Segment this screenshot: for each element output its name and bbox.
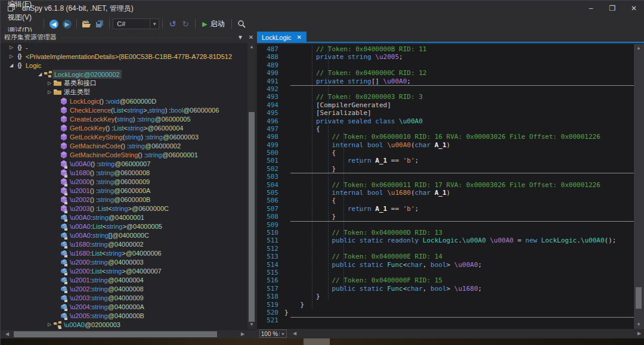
tree-item[interactable]: \u2005 : string @0400000B [1, 311, 247, 320]
zoom-combo[interactable]: 100 % ▼ [259, 330, 287, 338]
menu-item-2[interactable]: 视图(V) [1, 11, 41, 24]
panel-menu-icon[interactable]: ▼ [235, 34, 246, 41]
combo-dropdown-icon[interactable]: ▼ [150, 19, 159, 29]
tree-item-label: Logic [24, 61, 43, 70]
tree-item[interactable]: \u2002() : string @0600000B [1, 195, 247, 204]
tree-item[interactable]: GetLockKey() : List<string> @06000004 [1, 123, 247, 132]
code-line: 503 [257, 173, 634, 181]
zoom-dropdown-icon[interactable]: ▼ [279, 332, 286, 336]
code-line: 515 [257, 269, 634, 276]
editor-bottom-bar: 100 % ▼ ◀ ▶ [257, 329, 644, 338]
editor-vertical-scrollbar[interactable]: ▲ ▼ [634, 44, 644, 329]
private-field-icon [60, 241, 67, 247]
indent-guide [360, 205, 360, 213]
tree-item[interactable]: ◢LockLogic @02000002 [1, 70, 247, 79]
code-editor[interactable]: 487 // Token: 0x0400000B RID: 11488 priv… [257, 44, 634, 329]
expander-collapsed-icon[interactable]: ▷ [8, 54, 15, 59]
tree-item[interactable]: \u2003 : string @04000009 [1, 293, 247, 302]
tree-item[interactable]: \u2004 : string @0400000A [1, 302, 247, 311]
editor-horizontal-scrollbar[interactable]: ◀ ▶ [289, 330, 644, 338]
private-field-icon [60, 268, 67, 274]
tree-item[interactable]: \u2000 : List<string> @04000007 [1, 266, 247, 275]
scroll-left-icon[interactable]: ◀ [3, 330, 11, 338]
navigate-back-button[interactable]: ◀ [47, 17, 60, 30]
tree-item[interactable]: \u00A0 : string @04000001 [1, 213, 247, 222]
restore-button[interactable]: ❐ [602, 1, 623, 16]
tree-item[interactable]: \u1680 : string @04000002 [1, 240, 247, 248]
search-button[interactable] [235, 17, 248, 30]
minimize-button[interactable]: – [580, 1, 602, 16]
tree-item[interactable]: \u2003() : List<string> @0600000C [1, 204, 247, 213]
assembly-tree[interactable]: ▷{}-▷{}<PrivateImplementationDetails>{8E… [1, 43, 247, 329]
tree-item[interactable]: ▷{}<PrivateImplementationDetails>{8E00C5… [1, 52, 247, 61]
tree-vertical-scrollbar[interactable]: ▲ ▼ [247, 43, 256, 329]
expander-collapsed-icon[interactable]: ▷ [46, 80, 53, 86]
tab-label: LockLogic [262, 34, 292, 41]
folder-icon [54, 89, 61, 95]
tree-item-label: \u1680 : List<string> @04000006 [68, 248, 163, 257]
tree-item[interactable]: \u1680() : string @06000008 [1, 168, 247, 177]
expander-collapsed-icon[interactable]: ▷ [46, 89, 53, 95]
scroll-down-icon[interactable]: ▼ [247, 321, 256, 329]
panel-close-icon[interactable]: ✕ [246, 34, 256, 41]
tree-item[interactable]: \u2000() : string @06000009 [1, 177, 247, 186]
tree-item[interactable]: ◢{}Logic [1, 61, 247, 70]
tab-close-icon[interactable]: ✕ [297, 34, 302, 41]
scroll-right-icon[interactable]: ▶ [239, 330, 247, 338]
language-combo[interactable]: C# ▼ [113, 18, 159, 29]
tree-item[interactable]: \u00A0() : string @06000007 [1, 159, 247, 168]
tree-item[interactable]: CreateLockKey(string) : string @06000005 [1, 114, 247, 123]
scroll-right-icon[interactable]: ▶ [635, 330, 643, 338]
tree-item[interactable]: \u00A0 : List<string> @04000005 [1, 222, 247, 231]
tree-item[interactable]: GetLockKeyString(string) : string @06000… [1, 132, 247, 141]
menu-toolbar: 文件(F)编辑(E)视图(V)调试(D)窗口(W)帮助(H) ◀ ▶ C# ▼ … [1, 16, 644, 32]
scroll-down-icon[interactable]: ▼ [634, 321, 643, 329]
tree-item[interactable]: \u2001() : string @0600000A [1, 186, 247, 195]
indent-guide [343, 133, 344, 293]
expander-expanded-icon[interactable]: ◢ [36, 72, 44, 77]
taskbar-active-button[interactable] [304, 338, 330, 345]
tree-item[interactable]: CheckLicence(List<string>, string) : boo… [1, 105, 247, 114]
tree-item[interactable]: LockLogic() : void @0600000D [1, 97, 247, 105]
tree-item[interactable]: GetMachineCode() : string @06000002 [1, 141, 247, 150]
tree-item-label: \u00A0 : string[] @0400000C [68, 231, 151, 240]
tree-item[interactable]: ▷基类和接口 [1, 79, 247, 88]
search-icon [237, 20, 246, 28]
tree-item[interactable]: \u2000 : string @04000003 [1, 257, 247, 266]
language-combo-value: C# [113, 20, 150, 27]
expander-collapsed-icon[interactable]: ▷ [8, 45, 15, 50]
code-line: 516 // Token: 0x0400000F RID: 15 [257, 276, 634, 284]
tree-item-label: \u2005 : string @0400000B [68, 311, 146, 320]
save-all-button[interactable] [93, 17, 106, 30]
tree-horizontal-scrollbar[interactable]: ◀ ▶ [1, 330, 256, 338]
tree-item-label: 派生类型 [62, 88, 92, 97]
close-button[interactable]: ✕ [623, 1, 644, 16]
scroll-left-icon[interactable]: ◀ [290, 330, 299, 338]
code-line: 500 { [257, 149, 634, 157]
open-file-button[interactable] [80, 17, 93, 30]
code-line: 502 } [257, 165, 634, 173]
tree-item[interactable]: GetMachineCodeString() : string @0600000… [1, 150, 247, 159]
tree-item-label: GetLockKey() : List<string> @06000004 [68, 123, 185, 132]
redo-button[interactable]: ↻ [179, 17, 192, 30]
tree-item[interactable]: ▷{}- [1, 43, 247, 52]
expander-expanded-icon[interactable]: ◢ [8, 63, 15, 68]
scroll-up-icon[interactable]: ▲ [634, 44, 643, 52]
forward-icon: ▶ [63, 20, 72, 29]
taskbar-sliver [1, 338, 644, 345]
scroll-up-icon[interactable]: ▲ [247, 43, 256, 51]
expander-collapsed-icon[interactable]: ▷ [46, 322, 53, 327]
tree-item[interactable]: ▷\u00A0 @02000003 [1, 320, 247, 329]
member-separator [290, 173, 634, 173]
undo-button[interactable]: ↺ [166, 17, 179, 30]
tree-item[interactable]: ▷派生类型 [1, 88, 247, 97]
tab-locklogic[interactable]: LockLogic ✕ [257, 32, 306, 43]
tree-item-label: \u2001() : string @0600000A [68, 186, 152, 195]
menu-item-1[interactable]: 编辑(E) [1, 0, 41, 11]
navigate-forward-button[interactable]: ▶ [60, 17, 73, 30]
tree-item[interactable]: \u1680 : List<string> @04000006 [1, 248, 247, 257]
tree-item[interactable]: \u2002 : string @04000008 [1, 284, 247, 293]
tree-item[interactable]: \u2001 : string @04000004 [1, 275, 247, 284]
tree-item[interactable]: \u00A0 : string[] @0400000C [1, 231, 247, 240]
start-debug-button[interactable]: ▶ 启动 [199, 19, 228, 29]
